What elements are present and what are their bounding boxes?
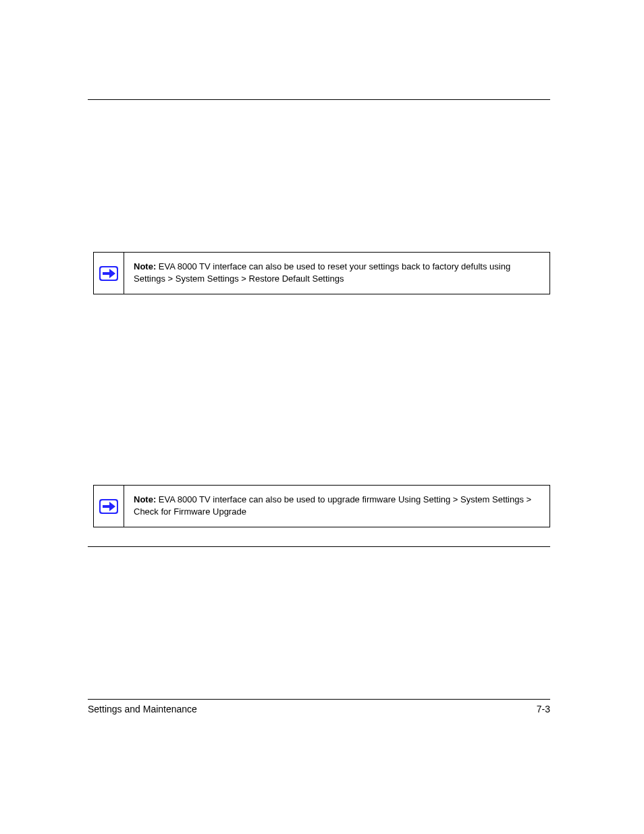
top-horizontal-rule: [88, 99, 550, 100]
note-text: Note: EVA 8000 TV interface can also be …: [124, 253, 549, 294]
whitespace-block: [88, 294, 550, 485]
footer-row: Settings and Maintenance 7-3: [88, 702, 550, 714]
arrow-icon: [99, 498, 119, 515]
note-lead: Note:: [134, 261, 156, 271]
note-icon-cell: [94, 486, 124, 527]
footer-page-number: 7-3: [537, 704, 550, 714]
note-icon-cell: [94, 253, 124, 294]
footer-left-text: Settings and Maintenance: [88, 704, 197, 714]
note-body: EVA 8000 TV interface can also be used t…: [134, 261, 510, 284]
page-footer: Settings and Maintenance 7-3: [88, 699, 550, 714]
section-horizontal-rule: [88, 546, 550, 547]
page-content: Note: EVA 8000 TV interface can also be …: [88, 99, 550, 547]
note-body: EVA 8000 TV interface can also be used t…: [134, 494, 531, 517]
note-text: Note: EVA 8000 TV interface can also be …: [124, 486, 549, 527]
arrow-icon: [99, 265, 119, 282]
note-box-1: Note: EVA 8000 TV interface can also be …: [93, 252, 550, 294]
whitespace-block: [88, 117, 550, 252]
note-lead: Note:: [134, 494, 156, 504]
note-box-2: Note: EVA 8000 TV interface can also be …: [93, 485, 550, 527]
footer-horizontal-rule: [88, 699, 550, 700]
